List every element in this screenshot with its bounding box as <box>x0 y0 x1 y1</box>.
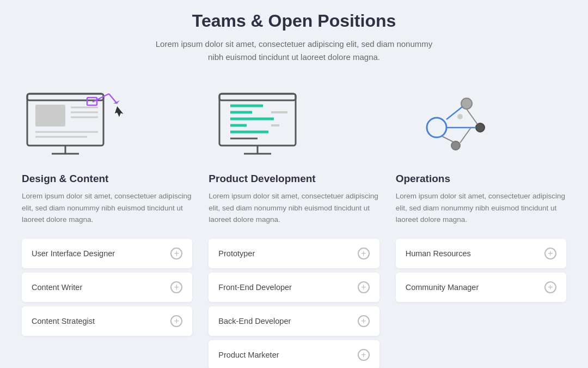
position-item-hr[interactable]: Human Resources + <box>396 239 566 268</box>
svg-line-32 <box>467 109 477 124</box>
plus-icon-ui-designer[interactable]: + <box>170 248 182 260</box>
page-title: Teams & Open Positions <box>22 11 566 31</box>
product-dev-icon <box>209 88 307 159</box>
position-label-hr: Human Resources <box>406 249 471 258</box>
svg-line-33 <box>460 128 471 143</box>
plus-icon-content-writer[interactable]: + <box>170 281 182 293</box>
position-label-content-writer: Content Writer <box>32 283 82 292</box>
column-design: Design & Content Lorem ipsum dolor sit a… <box>22 86 192 340</box>
product-icon-container <box>209 86 379 162</box>
product-column-desc: Lorem ipsum dolor sit amet, consectetuer… <box>209 190 379 226</box>
design-column-desc: Lorem ipsum dolor sit amet, consectetuer… <box>22 190 192 226</box>
ops-column-desc: Lorem ipsum dolor sit amet, consectetuer… <box>396 190 566 226</box>
svg-line-31 <box>442 136 453 142</box>
plus-icon-hr[interactable]: + <box>544 248 556 260</box>
position-item-prototyper[interactable]: Prototyper + <box>209 239 379 268</box>
position-item-frontend[interactable]: Front-End Developer + <box>209 273 379 302</box>
position-item-content-strategist[interactable]: Content Strategist + <box>22 306 192 336</box>
position-item-product-marketer[interactable]: Product Marketer + <box>209 340 379 368</box>
position-item-backend[interactable]: Back-End Developer + <box>209 306 379 336</box>
position-label-backend: Back-End Developer <box>218 317 291 325</box>
page-header: Teams & Open Positions Lorem ipsum dolor… <box>22 11 566 64</box>
design-column-title: Design & Content <box>22 173 192 185</box>
position-label-content-strategist: Content Strategist <box>32 317 95 325</box>
columns-container: Design & Content Lorem ipsum dolor sit a… <box>22 86 566 368</box>
svg-point-24 <box>427 118 446 137</box>
position-label-community-manager: Community Manager <box>406 283 479 292</box>
svg-rect-11 <box>87 98 97 105</box>
position-label-prototyper: Prototyper <box>218 249 255 258</box>
svg-rect-4 <box>35 105 65 126</box>
position-item-content-writer[interactable]: Content Writer + <box>22 273 192 302</box>
position-label-ui-designer: User Interface Designer <box>32 249 115 258</box>
plus-icon-backend[interactable]: + <box>358 315 370 327</box>
plus-icon-prototyper[interactable]: + <box>358 248 370 260</box>
svg-point-28 <box>457 114 463 119</box>
column-operations: Operations Lorem ipsum dolor sit amet, c… <box>396 86 566 306</box>
operations-icon <box>396 88 494 159</box>
design-content-icon <box>22 88 131 159</box>
svg-point-27 <box>451 141 460 150</box>
page-wrapper: Teams & Open Positions Lorem ipsum dolor… <box>0 0 588 368</box>
svg-rect-13 <box>219 94 296 100</box>
column-product: Product Development Lorem ipsum dolor si… <box>209 86 379 368</box>
position-label-product-marketer: Product Marketer <box>218 351 279 359</box>
plus-icon-content-strategist[interactable]: + <box>170 315 182 327</box>
position-item-community-manager[interactable]: Community Manager + <box>396 273 566 302</box>
ops-icon-container <box>396 86 566 162</box>
design-icon-container <box>22 86 192 162</box>
position-item-ui-designer[interactable]: User Interface Designer + <box>22 239 192 268</box>
plus-icon-community-manager[interactable]: + <box>544 281 556 293</box>
plus-icon-product-marketer[interactable]: + <box>358 349 370 361</box>
product-column-title: Product Development <box>209 173 379 185</box>
page-subtitle: Lorem ipsum dolor sit amet, consectetuer… <box>152 38 436 64</box>
plus-icon-frontend[interactable]: + <box>358 281 370 293</box>
position-label-frontend: Front-End Developer <box>218 283 292 292</box>
svg-point-25 <box>461 98 472 109</box>
ops-column-title: Operations <box>396 173 566 185</box>
